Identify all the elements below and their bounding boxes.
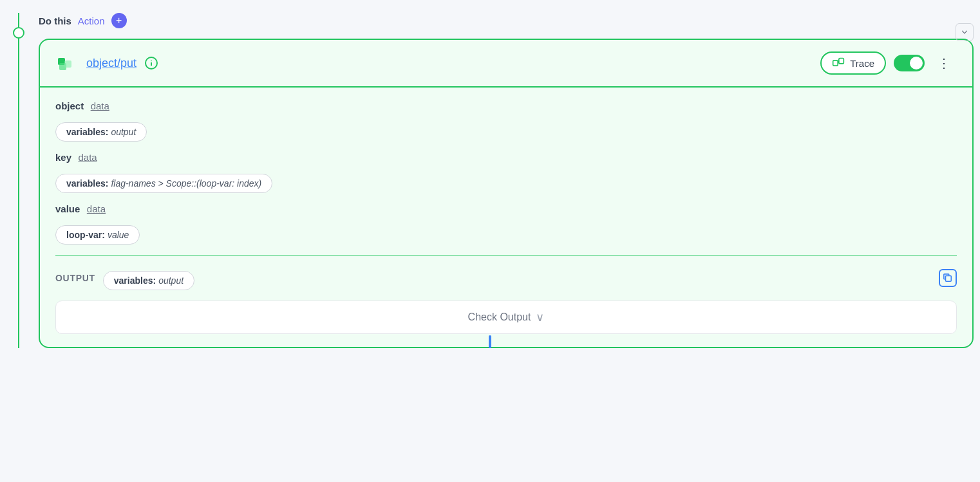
node-circle (13, 27, 24, 39)
more-dots-icon: ⋮ (938, 56, 952, 70)
value-value-pill: loop-var: value (55, 225, 140, 245)
key-value-pill: variables: flag-names > Scope::(loop-var… (55, 174, 272, 193)
object-field-row: object data variables: output (55, 100, 957, 142)
action-card: object/put Trace (39, 39, 974, 348)
value-field-row: value data loop-var: value (55, 203, 957, 245)
object-field-label: object (55, 100, 84, 111)
info-icon[interactable] (144, 56, 158, 70)
svg-rect-6 (833, 60, 838, 66)
enable-toggle[interactable] (894, 55, 925, 71)
copy-output-button[interactable] (939, 269, 957, 287)
do-this-label: Do this (39, 15, 71, 26)
object-data-link[interactable]: data (91, 100, 109, 111)
key-pill-label: variables: (66, 178, 108, 189)
card-header: object/put Trace (40, 40, 972, 88)
output-pill-label: variables: (114, 275, 156, 286)
bottom-indicator (489, 335, 491, 348)
trace-icon (832, 57, 845, 70)
trace-button[interactable]: Trace (820, 51, 886, 75)
svg-rect-8 (946, 276, 952, 282)
vertical-connector (18, 13, 19, 348)
svg-point-5 (151, 60, 152, 62)
object-put-icon (55, 51, 79, 75)
object-value-pill: variables: output (55, 122, 147, 142)
svg-rect-2 (64, 60, 71, 68)
chevron-down-icon (959, 27, 970, 37)
key-data-link[interactable]: data (78, 152, 97, 163)
object-pill-value: output (111, 127, 136, 137)
output-label: OUTPUT (55, 273, 95, 283)
value-pill-label: loop-var: (66, 230, 105, 240)
value-pill-value: value (108, 230, 129, 240)
value-field-label: value (55, 203, 80, 214)
object-pill-label: variables: (66, 127, 108, 137)
check-output-chevron: ∨ (536, 310, 544, 324)
trace-label: Trace (850, 58, 874, 69)
value-data-link[interactable]: data (87, 203, 106, 214)
key-pill-value: flag-names > Scope::(loop-var: index) (111, 178, 261, 189)
svg-rect-7 (839, 59, 844, 64)
add-step-button[interactable]: + (111, 13, 127, 28)
copy-icon (943, 273, 952, 283)
key-field-label: key (55, 152, 71, 163)
plus-icon: + (116, 15, 122, 26)
output-row: OUTPUT variables: output (55, 266, 957, 290)
output-pill-value: output (158, 275, 184, 286)
collapse-button[interactable] (956, 23, 974, 41)
object-put-link[interactable]: object/put (86, 57, 137, 70)
output-value-pill: variables: output (103, 271, 194, 290)
card-body: object data variables: output key data v… (40, 88, 972, 347)
check-output-label: Check Output (468, 311, 531, 323)
check-output-button[interactable]: Check Output ∨ (55, 301, 957, 334)
key-field-row: key data variables: flag-names > Scope::… (55, 152, 957, 193)
step-header: Do this Action + (32, 13, 974, 28)
toggle-thumb (910, 57, 923, 70)
section-divider (55, 255, 957, 255)
action-link[interactable]: Action (78, 15, 105, 26)
more-options-button[interactable]: ⋮ (932, 53, 957, 73)
